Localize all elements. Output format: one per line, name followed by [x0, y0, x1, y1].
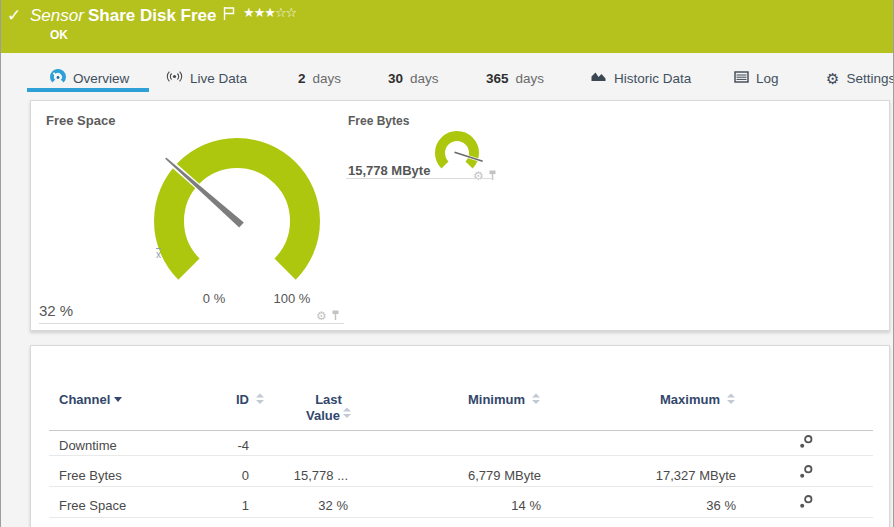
row-divider [49, 455, 873, 456]
channel-table-panel: Channel ID Last Value Minimum Maximum Do… [30, 345, 890, 527]
gauge-mean-marker: x [156, 249, 161, 260]
column-header-maximum[interactable]: Maximum [636, 392, 720, 407]
sort-icon[interactable] [532, 393, 540, 405]
object-kind-label: Sensor [30, 6, 84, 26]
tab-30-days-number: 30 [388, 71, 403, 86]
row-divider [49, 517, 873, 518]
tab-2-days[interactable]: 2 days [298, 68, 341, 88]
tab-live-data[interactable]: Live Data [166, 68, 247, 88]
cell-id: 1 [151, 498, 249, 513]
tile-gear-icon[interactable]: ⚙ [316, 311, 327, 321]
gear-icon: ⚙ [826, 71, 839, 86]
sensor-title: Share Disk Free [88, 6, 217, 26]
log-list-icon [734, 71, 749, 86]
column-header-last-value[interactable]: Last Value [296, 392, 361, 423]
overview-gauges-panel: Free Space x 0 % 100 % 32 % ⚙ Free Bytes [30, 100, 890, 331]
priority-stars[interactable]: ★★★☆☆ [243, 5, 296, 20]
tab-settings-label: Settings [846, 71, 894, 86]
channel-settings-icon[interactable] [798, 434, 814, 450]
row-divider [49, 486, 873, 487]
cell-maximum: 17,327 MByte [616, 468, 736, 483]
cell-minimum: 6,779 MByte [421, 468, 541, 483]
tab-365-days-number: 365 [486, 71, 509, 86]
cell-minimum: 14 % [421, 498, 541, 513]
table-header-divider [49, 430, 873, 431]
sensor-header: ✓ Sensor Share Disk Free ★★★☆☆ OK [0, 0, 894, 53]
tab-overview-label: Overview [73, 71, 129, 86]
active-tab-indicator [27, 88, 149, 92]
tab-365-days-label: days [516, 71, 545, 86]
sort-icon[interactable] [256, 393, 264, 405]
column-header-minimum[interactable]: Minimum [441, 392, 525, 407]
status-ok-check-icon: ✓ [7, 5, 21, 26]
free-bytes-gauge-value: 15,778 MByte [348, 163, 430, 178]
flag-icon[interactable] [223, 6, 236, 25]
tile-pin-icon[interactable] [488, 167, 497, 185]
area-chart-icon [590, 70, 607, 86]
free-space-gauge-min-label: 0 % [174, 291, 254, 306]
column-header-id[interactable]: ID [191, 392, 249, 407]
free-bytes-tile-icons: ⚙ [473, 167, 497, 185]
tab-2-days-label: days [313, 71, 342, 86]
cell-last-value: 15,778 ... [251, 468, 348, 483]
free-space-gauge-value: 32 % [39, 302, 73, 319]
free-bytes-tile-underline [346, 178, 494, 179]
tab-30-days[interactable]: 30 days [388, 68, 439, 88]
cell-id: -4 [151, 438, 249, 453]
free-bytes-gauge-title: Free Bytes [348, 114, 409, 128]
sort-icon [343, 407, 351, 419]
tab-2-days-number: 2 [298, 71, 306, 86]
gauge-icon [50, 69, 66, 88]
free-space-gauge-title: Free Space [46, 113, 115, 128]
tab-settings[interactable]: ⚙ Settings [826, 68, 894, 88]
broadcast-icon [166, 70, 183, 86]
tab-log[interactable]: Log [734, 68, 779, 88]
tab-historic-data[interactable]: Historic Data [590, 68, 691, 88]
free-space-tile-underline [39, 323, 344, 324]
tab-30-days-label: days [410, 71, 439, 86]
tab-live-data-label: Live Data [190, 71, 247, 86]
sort-descending-icon [114, 397, 122, 402]
tile-gear-icon[interactable]: ⚙ [473, 171, 484, 181]
cell-channel[interactable]: Downtime [59, 438, 117, 453]
cell-channel[interactable]: Free Space [59, 498, 126, 513]
free-space-gauge [132, 136, 342, 306]
cell-id: 0 [151, 468, 249, 483]
cell-last-value: 32 % [251, 498, 348, 513]
channel-settings-icon[interactable] [798, 494, 814, 510]
tab-log-label: Log [756, 71, 779, 86]
cell-channel[interactable]: Free Bytes [59, 468, 122, 483]
tab-bar: Overview Live Data 2 days 30 days 365 da… [0, 53, 894, 100]
sort-icon[interactable] [727, 393, 735, 405]
prtg-sensor-page: ✓ Sensor Share Disk Free ★★★☆☆ OK Overvi… [0, 0, 894, 527]
cell-maximum: 36 % [616, 498, 736, 513]
tab-historic-data-label: Historic Data [614, 71, 691, 86]
tab-overview[interactable]: Overview [50, 68, 129, 88]
channel-settings-icon[interactable] [798, 464, 814, 480]
tab-365-days[interactable]: 365 days [486, 68, 544, 88]
free-space-gauge-max-label: 100 % [252, 291, 332, 306]
sensor-status-text: OK [50, 28, 68, 42]
column-header-channel[interactable]: Channel [59, 392, 122, 407]
